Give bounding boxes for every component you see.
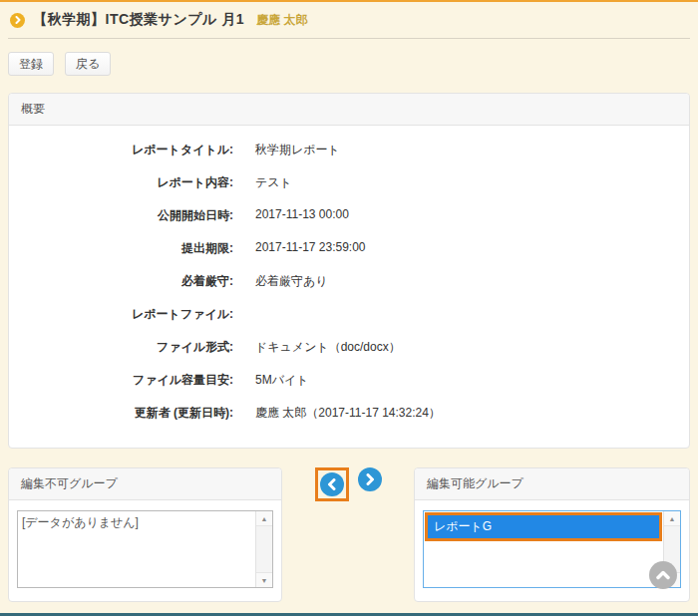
highlight-box-move-left xyxy=(315,467,349,501)
scroll-up-icon[interactable]: ▲ xyxy=(256,511,272,526)
field-row-updated-by: 更新者 (更新日時): 慶應 太郎（2017-11-17 14:32:24） xyxy=(9,397,689,430)
page: 【秋学期】ITC授業サンプル 月1 慶應 太郎 登録 戻る 概要 レポートタイト… xyxy=(0,2,698,616)
field-value: テスト xyxy=(255,174,292,191)
field-value: 5Mバイト xyxy=(255,372,309,389)
field-label: レポートファイル: xyxy=(9,306,233,323)
field-value: 秋学期レポート xyxy=(255,142,340,158)
field-label: 提出期限: xyxy=(9,240,233,257)
transfer-arrows xyxy=(282,467,414,501)
group-option-selected[interactable]: レポートG xyxy=(428,515,659,538)
editable-groups-listbox[interactable]: レポートG ▲ ▼ xyxy=(423,510,681,588)
field-row-file-format: ファイル形式: ドキュメント（doc/docx） xyxy=(9,331,689,364)
page-title: 【秋学期】ITC授業サンプル 月1 xyxy=(33,11,244,29)
editable-groups-panel: 編集可能グループ レポートG ▲ ▼ xyxy=(414,467,690,602)
locked-groups-scrollbar[interactable]: ▲ ▼ xyxy=(255,511,272,587)
field-row-publish-start: 公開開始日時: 2017-11-13 00:00 xyxy=(9,199,689,232)
back-button-top[interactable]: 戻る xyxy=(65,52,111,76)
locked-groups-empty-message: [データがありません] xyxy=(22,515,139,529)
scroll-up-icon[interactable]: ▲ xyxy=(664,511,680,526)
move-left-button[interactable] xyxy=(320,472,344,496)
move-right-button[interactable] xyxy=(358,467,382,491)
overview-panel: 概要 レポートタイトル: 秋学期レポート レポート内容: テスト 公開開始日時:… xyxy=(8,93,690,449)
field-label: ファイル形式: xyxy=(9,339,233,356)
field-label: 更新者 (更新日時): xyxy=(9,405,233,422)
field-row-file-size: ファイル容量目安: 5Mバイト xyxy=(9,364,689,397)
field-label: 公開開始日時: xyxy=(9,207,233,224)
field-row-report-content: レポート内容: テスト xyxy=(9,166,689,199)
field-value: ドキュメント（doc/docx） xyxy=(255,339,401,356)
top-toolbar: 登録 戻る xyxy=(8,52,690,76)
scroll-to-top-button[interactable] xyxy=(649,561,677,589)
field-label: レポート内容: xyxy=(9,174,233,191)
chevron-up-icon xyxy=(656,570,670,580)
locked-groups-panel: 編集不可グループ [データがありません] ▲ ▼ xyxy=(8,467,282,602)
field-row-deadline: 提出期限: 2017-11-17 23:59:00 xyxy=(9,232,689,265)
register-button-top[interactable]: 登録 xyxy=(8,52,54,76)
overview-panel-body: レポートタイトル: 秋学期レポート レポート内容: テスト 公開開始日時: 20… xyxy=(9,126,689,448)
field-value: 慶應 太郎（2017-11-17 14:32:24） xyxy=(255,405,441,422)
field-value: 必着厳守あり xyxy=(255,273,328,290)
field-label: 必着厳守: xyxy=(9,273,233,290)
field-value: 2017-11-17 23:59:00 xyxy=(255,240,366,257)
field-row-report-title: レポートタイトル: 秋学期レポート xyxy=(9,134,689,166)
header-divider xyxy=(8,38,690,39)
chevron-right-circle-icon xyxy=(10,13,25,28)
chevron-right-icon xyxy=(365,473,375,485)
field-row-strict-deadline: 必着厳守: 必着厳守あり xyxy=(9,265,689,298)
field-label: レポートタイトル: xyxy=(9,142,233,158)
locked-groups-listbox[interactable]: [データがありません] ▲ ▼ xyxy=(17,510,273,588)
field-label: ファイル容量目安: xyxy=(9,372,233,389)
field-value: 2017-11-13 00:00 xyxy=(255,207,349,224)
editable-groups-panel-title: 編集可能グループ xyxy=(415,468,689,500)
overview-panel-title: 概要 xyxy=(9,94,689,126)
group-transfer-section: 編集不可グループ [データがありません] ▲ ▼ xyxy=(8,467,690,602)
chevron-left-icon xyxy=(327,478,337,490)
locked-groups-panel-title: 編集不可グループ xyxy=(9,468,281,500)
scroll-down-icon[interactable]: ▼ xyxy=(256,572,272,587)
page-header: 【秋学期】ITC授業サンプル 月1 慶應 太郎 xyxy=(8,2,690,36)
header-user-name[interactable]: 慶應 太郎 xyxy=(256,12,307,29)
highlight-box-selected-group: レポートG xyxy=(425,512,662,541)
field-row-report-file: レポートファイル: xyxy=(9,298,689,331)
